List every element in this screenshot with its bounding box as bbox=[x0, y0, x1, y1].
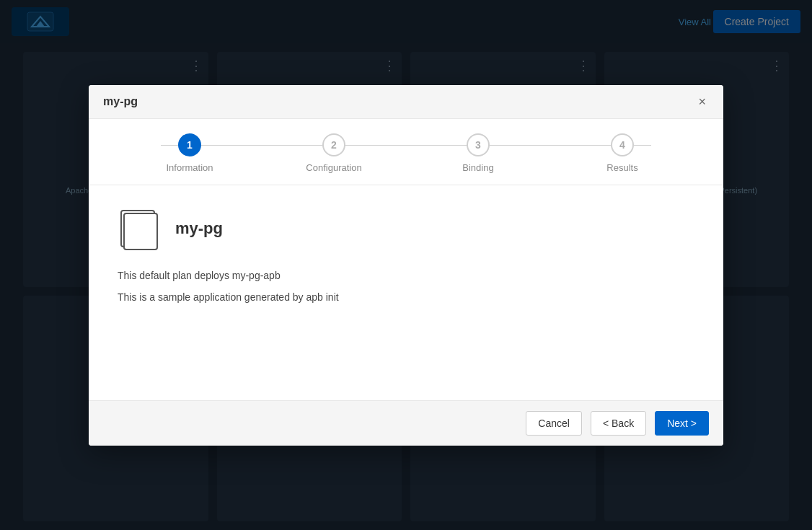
step-information: 1 Information bbox=[118, 133, 262, 173]
step-configuration: 2 Configuration bbox=[262, 133, 406, 173]
modal-title: my-pg bbox=[103, 95, 138, 108]
modal-header: my-pg × bbox=[89, 85, 723, 119]
modal-dialog: my-pg × 1 Information 2 Configuration 3 … bbox=[89, 85, 723, 446]
service-subdescription: This is a sample application generated b… bbox=[118, 289, 694, 305]
step-1-circle: 1 bbox=[178, 133, 201, 156]
step-3-circle: 3 bbox=[467, 133, 490, 156]
service-description: This default plan deploys my-pg-apb bbox=[118, 268, 694, 283]
step-2-label: Configuration bbox=[306, 162, 361, 173]
stepper: 1 Information 2 Configuration 3 Binding … bbox=[89, 119, 723, 185]
next-button[interactable]: Next > bbox=[655, 411, 709, 436]
modal-close-button[interactable]: × bbox=[695, 95, 709, 108]
step-2-circle: 2 bbox=[322, 133, 345, 156]
service-icon bbox=[118, 207, 161, 250]
modal-footer: Cancel < Back Next > bbox=[89, 400, 723, 446]
back-button[interactable]: < Back bbox=[591, 411, 646, 436]
service-header: my-pg bbox=[118, 207, 694, 250]
step-binding: 3 Binding bbox=[406, 133, 550, 173]
service-name: my-pg bbox=[175, 219, 223, 238]
step-1-label: Information bbox=[166, 162, 213, 173]
service-icon-front bbox=[123, 213, 158, 250]
step-results: 4 Results bbox=[550, 133, 694, 173]
step-4-label: Results bbox=[606, 162, 637, 173]
modal-body: my-pg This default plan deploys my-pg-ap… bbox=[89, 185, 723, 400]
step-4-circle: 4 bbox=[611, 133, 634, 156]
cancel-button[interactable]: Cancel bbox=[526, 411, 582, 436]
step-3-label: Binding bbox=[462, 162, 493, 173]
